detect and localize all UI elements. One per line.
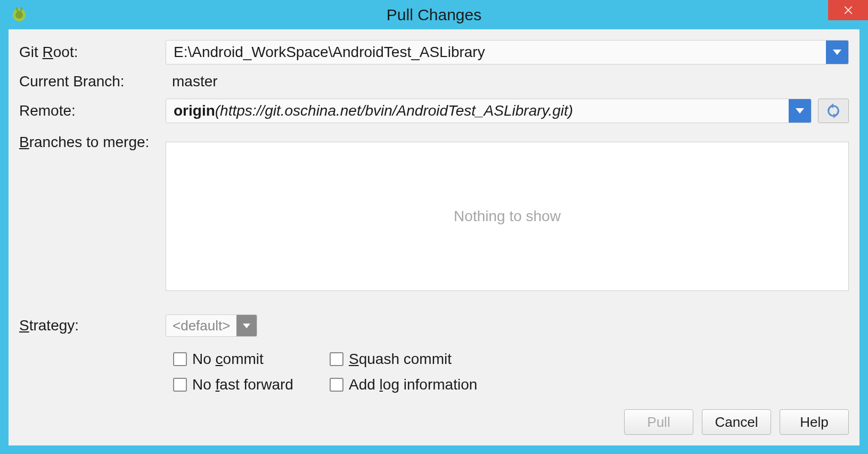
close-button[interactable] (828, 0, 868, 20)
remote-combo[interactable]: origin(https://git.oschina.net/bvin/Andr… (166, 99, 812, 123)
strategy-combo[interactable]: <default> (166, 314, 257, 337)
no-fast-forward-label: No fast forward (192, 376, 293, 393)
branches-empty-text: Nothing to show (454, 208, 561, 225)
current-branch-label: Current Branch: (19, 73, 166, 90)
titlebar: Pull Changes (0, 0, 868, 29)
svg-point-1 (15, 11, 23, 19)
dialog-content: Git Root: E:\Android_WorkSpace\AndroidTe… (9, 29, 859, 445)
git-root-combo[interactable]: E:\Android_WorkSpace\AndroidTest_ASLibra… (166, 40, 849, 64)
current-branch-value: master (166, 73, 218, 90)
svg-marker-9 (833, 114, 837, 118)
help-button[interactable]: Help (780, 409, 849, 435)
remote-label: Remote: (19, 102, 166, 119)
window-title: Pull Changes (0, 6, 868, 24)
pull-button[interactable]: Pull (624, 409, 693, 435)
branches-label: Branches to merge: (19, 132, 166, 151)
app-icon (11, 6, 28, 23)
checkbox-icon (173, 352, 187, 366)
no-commit-checkbox[interactable]: No commit (173, 351, 322, 368)
branches-list[interactable]: Nothing to show (166, 142, 849, 291)
strategy-value: <default> (166, 318, 236, 334)
checkbox-icon (330, 352, 343, 366)
add-log-label: Add log information (349, 376, 477, 393)
cancel-button[interactable]: Cancel (702, 409, 771, 435)
git-root-label: Git Root: (19, 44, 166, 61)
dialog-buttons: Pull Cancel Help (19, 409, 849, 435)
no-commit-label: No commit (192, 351, 264, 368)
strategy-dropdown-arrow[interactable] (236, 314, 257, 337)
svg-marker-7 (796, 108, 804, 114)
no-fast-forward-checkbox[interactable]: No fast forward (173, 376, 322, 393)
refresh-button[interactable] (818, 99, 849, 123)
dialog-window: Pull Changes Git Root: E:\Android_WorkSp… (0, 0, 868, 454)
squash-commit-label: Squash commit (349, 351, 452, 368)
squash-commit-checkbox[interactable]: Squash commit (330, 351, 489, 368)
svg-marker-6 (833, 50, 841, 55)
git-root-value: E:\Android_WorkSpace\AndroidTest_ASLibra… (166, 44, 826, 61)
checkbox-icon (173, 378, 187, 392)
git-root-dropdown-arrow[interactable] (826, 40, 848, 64)
refresh-icon (826, 103, 841, 118)
checkbox-icon (330, 378, 343, 392)
remote-dropdown-arrow[interactable] (789, 99, 811, 123)
add-log-checkbox[interactable]: Add log information (330, 376, 489, 393)
remote-value: origin(https://git.oschina.net/bvin/Andr… (166, 102, 789, 119)
strategy-label: Strategy: (19, 317, 166, 334)
svg-marker-10 (243, 323, 250, 328)
